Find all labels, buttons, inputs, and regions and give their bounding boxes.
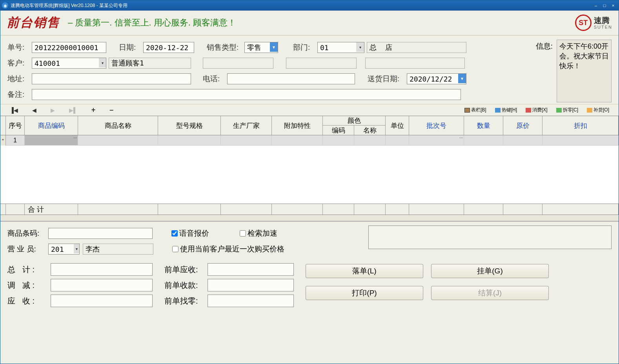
- blank-input-3: [365, 58, 465, 69]
- bottom-panel: 商品条码: 语音报价 检索加速 营 业 员: ▾ 使用当前客户最近一次购买价格: [0, 221, 619, 313]
- close-button[interactable]: ×: [609, 2, 617, 9]
- columns-button[interactable]: 表栏[B]: [464, 107, 486, 113]
- page-title: 前台销售: [7, 14, 60, 31]
- hold-order-button[interactable]: 挂单(G): [431, 264, 549, 278]
- maximize-button[interactable]: □: [601, 2, 608, 9]
- grid-body[interactable]: * 1 ⋯ ⋯: [0, 135, 619, 204]
- window-controls: – □ ×: [592, 2, 617, 9]
- discount-input[interactable]: [51, 279, 153, 291]
- phone-label: 电话:: [203, 74, 225, 84]
- display-panel: [368, 226, 612, 249]
- receivable-label: 应 收:: [7, 296, 47, 306]
- cell-mfr[interactable]: [221, 135, 272, 146]
- order-no-input[interactable]: [32, 42, 106, 53]
- dropdown-icon[interactable]: ▼: [270, 42, 278, 52]
- cell-color-code[interactable]: [323, 135, 354, 146]
- slogan: – 质量第一. 信誉至上. 用心服务. 顾客满意！: [68, 17, 575, 29]
- cell-qty[interactable]: [464, 135, 503, 146]
- nav-toolbar: ▐◀ ◀ ▶ ▶▌ + – 表栏[B] 热键[H] 消费[X] 拆零[C] 补货…: [0, 104, 619, 116]
- split-button[interactable]: 拆零[C]: [556, 107, 578, 113]
- drop-order-button[interactable]: 落单(L): [306, 264, 423, 278]
- hotkey-button[interactable]: 热键[H]: [495, 107, 517, 113]
- barcode-label: 商品条码:: [7, 228, 45, 238]
- col-color-name: 名称: [354, 126, 385, 135]
- col-disc[interactable]: 折扣: [543, 116, 619, 135]
- footer-total-label: 合 计: [25, 204, 78, 215]
- app-window: ◉ 速腾电动车管理系统[辉煌版] Ver20.1208 - 某某公司专用 – □…: [0, 0, 619, 364]
- remove-button[interactable]: –: [109, 106, 113, 114]
- remark-label: 备注:: [7, 89, 29, 100]
- dropdown-icon[interactable]: ▾: [74, 244, 79, 253]
- remark-input[interactable]: [32, 89, 461, 100]
- first-button[interactable]: ▐◀: [10, 107, 18, 113]
- print-button[interactable]: 打印(P): [306, 286, 423, 300]
- col-unit[interactable]: 单位: [386, 116, 409, 135]
- total-input[interactable]: [51, 263, 153, 276]
- cell-attr[interactable]: [272, 135, 323, 146]
- blank-input-2: [286, 58, 357, 69]
- info-box: 今天下午6:00开会。祝大家节日快乐！: [557, 40, 612, 102]
- restock-button[interactable]: 补货[O]: [587, 107, 609, 113]
- col-batch[interactable]: 批次号: [409, 116, 464, 135]
- delivery-date-input[interactable]: [407, 73, 466, 84]
- phone-input[interactable]: [227, 73, 355, 84]
- salesperson-label: 营 业 员:: [7, 244, 45, 254]
- logo-icon: ST: [575, 15, 592, 31]
- customer-code-input[interactable]: [32, 58, 106, 69]
- cell-price[interactable]: [503, 135, 543, 146]
- cell-name[interactable]: [78, 135, 158, 146]
- dropdown-icon[interactable]: ▾: [356, 42, 364, 52]
- cell-spec[interactable]: [158, 135, 221, 146]
- grid-header: 序号 商品编码 商品名称 型号规格 生产厂家 附加特性 颜色 编码 名称 单位 …: [0, 116, 619, 135]
- col-price[interactable]: 原价: [503, 116, 543, 135]
- calendar-icon[interactable]: ▼: [458, 74, 466, 83]
- col-color[interactable]: 颜色 编码 名称: [323, 116, 386, 135]
- horizontal-scrollbar[interactable]: [0, 215, 619, 221]
- address-input[interactable]: [32, 73, 191, 84]
- settle-button[interactable]: 结算(J): [431, 286, 549, 300]
- col-attr[interactable]: 附加特性: [272, 116, 323, 135]
- voice-quote-checkbox[interactable]: 语音报价: [171, 228, 209, 238]
- prev-button[interactable]: ◀: [32, 107, 36, 113]
- consume-button[interactable]: 消费[X]: [526, 107, 548, 113]
- date-input[interactable]: [143, 42, 194, 53]
- col-spec[interactable]: 型号规格: [158, 116, 221, 135]
- cell-code[interactable]: ⋯: [25, 135, 78, 146]
- titlebar: ◉ 速腾电动车管理系统[辉煌版] Ver20.1208 - 某某公司专用 – □…: [0, 0, 619, 11]
- prev-receivable-label: 前单应收:: [164, 264, 204, 275]
- barcode-input[interactable]: [48, 228, 153, 239]
- next-button[interactable]: ▶: [51, 107, 55, 113]
- app-icon: ◉: [2, 2, 8, 9]
- cell-unit[interactable]: [386, 135, 409, 146]
- cell-batch[interactable]: ⋯: [409, 135, 464, 146]
- address-label: 地址:: [7, 74, 29, 84]
- prev-receivable-input: [208, 263, 294, 276]
- col-seq[interactable]: 序号: [6, 116, 25, 135]
- use-last-price-checkbox[interactable]: 使用当前客户最近一次购买价格: [172, 244, 284, 254]
- logo-text-cn: 速腾: [594, 16, 612, 25]
- last-button[interactable]: ▶▌: [69, 107, 77, 113]
- cell-seq[interactable]: 1: [6, 135, 25, 146]
- receivable-input[interactable]: [51, 295, 153, 307]
- minimize-button[interactable]: –: [592, 2, 600, 9]
- prev-received-input: [208, 279, 294, 291]
- cell-disc[interactable]: [543, 135, 619, 146]
- add-button[interactable]: +: [91, 106, 96, 114]
- prev-change-label: 前单找零:: [164, 296, 204, 306]
- search-accel-checkbox[interactable]: 检索加速: [240, 228, 277, 238]
- col-name[interactable]: 商品名称: [78, 116, 158, 135]
- form-area: 信息: 今天下午6:00开会。祝大家节日快乐！ 单号: 日期: 销售类型: ▼ …: [0, 36, 619, 104]
- col-color-code: 编码: [323, 126, 354, 135]
- dropdown-icon[interactable]: ▾: [99, 58, 106, 67]
- dept-label: 部门:: [293, 42, 315, 53]
- col-code[interactable]: 商品编码: [25, 116, 78, 135]
- col-mfr[interactable]: 生产厂家: [221, 116, 272, 135]
- sale-type-label: 销售类型:: [207, 42, 242, 53]
- header: 前台销售 – 质量第一. 信誉至上. 用心服务. 顾客满意！ ST 速腾 SUT…: [0, 11, 619, 36]
- customer-label: 客户:: [7, 58, 29, 68]
- cell-color-name[interactable]: [354, 135, 386, 146]
- table-row[interactable]: * 1 ⋯ ⋯: [0, 135, 619, 146]
- grid-footer: 合 计: [0, 204, 619, 215]
- col-qty[interactable]: 数量: [464, 116, 503, 135]
- prev-change-input: [208, 295, 294, 307]
